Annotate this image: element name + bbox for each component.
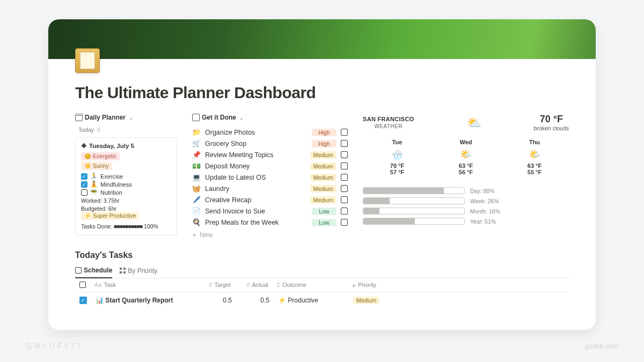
checkbox-icon[interactable]: ✓	[81, 173, 87, 180]
task-name: Prep Meals for the Week	[205, 219, 308, 226]
view-label: Daily Planner	[85, 114, 126, 121]
task-checkbox[interactable]	[341, 185, 348, 192]
habit-row[interactable]: ✓🏃Exercise	[81, 173, 171, 180]
priority-badge: Medium	[310, 151, 336, 159]
progress-widget: Day: 80%Week: 26%Month: 16%Year: 51%	[363, 187, 569, 225]
weather-widget: SAN FRANCISCO WEATHER ⛅ 70 °F broken clo…	[363, 114, 569, 131]
task-checkbox[interactable]	[341, 219, 348, 226]
chevron-down-icon: ⌄	[129, 115, 133, 121]
forecast-day: Tue🌧️70 °F57 °F	[390, 139, 404, 175]
task-name: Grocery Shop	[205, 140, 308, 147]
task-row[interactable]: 📄Send Invoice to SueLow	[192, 205, 348, 217]
priority-badge: Low	[312, 219, 336, 226]
table-row[interactable]: ✓📊 Start Quarterly Report0.50.5⚡ Product…	[75, 293, 569, 307]
weather-forecast: Tue🌧️70 °F57 °FWed🌤️63 °F56 °FThu🌤️63 °F…	[363, 139, 569, 175]
task-checkbox[interactable]	[341, 208, 348, 215]
priority-badge: Low	[312, 208, 336, 215]
habit-row[interactable]: ✓🧘Mindfulness	[81, 181, 171, 188]
page-icon[interactable]	[75, 48, 100, 73]
cell-outcome: ⚡ Productive	[274, 293, 349, 307]
progress-label: Week: 26%	[470, 198, 499, 204]
task-name: Review Meeting Topics	[205, 151, 306, 159]
watermark-url: gridfiti.com	[584, 342, 618, 350]
progress-bar	[363, 197, 465, 204]
chevron-down-icon: ⌄	[239, 115, 244, 121]
calendar-icon	[75, 114, 83, 121]
weather-location: SAN FRANCISCO	[363, 116, 414, 122]
forecast-day: Thu🌤️63 °F55 °F	[528, 139, 541, 175]
table-header: AaTask Target Actual Outcome Priority	[75, 278, 569, 293]
checkbox-icon[interactable]	[81, 189, 87, 196]
task-emoji: 💻	[192, 173, 201, 181]
task-row[interactable]: 💵Deposit MoneyMedium	[192, 160, 348, 172]
task-name: Creative Recap	[205, 196, 306, 204]
weather-now-desc: broken clouds	[534, 125, 569, 131]
cell-target: 0.5	[199, 293, 236, 307]
todays-tasks-heading: Today's Tasks	[75, 250, 569, 260]
priority-badge: Medium	[310, 162, 336, 170]
task-checkbox[interactable]	[341, 151, 348, 158]
task-name: Laundry	[205, 185, 306, 193]
watermark-brand: GRIDFITI	[26, 342, 84, 350]
view-label: Get it Done	[202, 114, 236, 121]
progress-row: Month: 16%	[363, 208, 569, 215]
habit-label: Nutrition	[100, 189, 122, 196]
task-checkbox[interactable]	[341, 162, 348, 169]
habit-row[interactable]: 🥗Nutrition	[81, 189, 171, 196]
task-row[interactable]: 🍳Prep Meals for the WeekLow	[192, 217, 348, 228]
get-it-done-view-toggle[interactable]: Get it Done ⌄	[192, 114, 348, 121]
budgeted-hours: Budgeted: 6hr	[81, 205, 171, 212]
task-row[interactable]: 📁Organize PhotosHigh	[192, 127, 348, 138]
cell-actual: 0.5	[236, 293, 274, 307]
checkbox-column-icon	[79, 282, 86, 288]
progress-row: Week: 26%	[363, 197, 569, 204]
daily-planner-view-toggle[interactable]: Daily Planner ⌄	[75, 114, 177, 121]
col-actual[interactable]: Actual	[235, 278, 273, 292]
priority-badge: High	[312, 140, 336, 147]
weather-sublabel: WEATHER	[363, 123, 414, 129]
today-group-label: Today 6	[78, 127, 177, 133]
priority-badge: High	[312, 129, 336, 136]
task-checkbox[interactable]	[341, 129, 348, 136]
card-date: ❖ Tuesday, July 5	[81, 142, 171, 150]
tab-schedule[interactable]: Schedule	[75, 264, 112, 278]
progress-bar	[363, 208, 465, 215]
task-row[interactable]: 🛒Grocery ShopHigh	[192, 138, 348, 149]
task-checkbox[interactable]	[341, 174, 348, 181]
progress-bar	[363, 187, 465, 194]
cell-task: 📊 Start Quarterly Report	[91, 293, 199, 307]
today-card[interactable]: ❖ Tuesday, July 5 😊 Energetic ☀️ Sunny ✓…	[75, 137, 177, 235]
board-icon	[120, 268, 126, 274]
task-row[interactable]: 📌Review Meeting TopicsMedium	[192, 149, 348, 160]
productive-tag: ⚡ Super Productive	[81, 212, 139, 220]
progress-row: Day: 80%	[363, 187, 569, 194]
priority-badge: Medium	[310, 185, 336, 193]
task-emoji: 💵	[192, 162, 201, 170]
habit-emoji: 🥗	[90, 189, 98, 196]
task-checkbox[interactable]	[341, 196, 348, 203]
tab-by-priority[interactable]: By Priority	[120, 264, 157, 278]
checkbox-icon[interactable]: ✓	[81, 181, 87, 188]
col-priority[interactable]: Priority	[348, 278, 401, 292]
task-row[interactable]: 💻Update to Latest OSMedium	[192, 172, 348, 183]
task-row[interactable]: 🖊️Creative RecapMedium	[192, 194, 348, 205]
task-name: Deposit Money	[205, 162, 306, 170]
cell-priority: Medium	[349, 293, 402, 307]
col-task[interactable]: AaTask	[90, 278, 197, 292]
page-title: The Ultimate Planner Dashboard	[75, 84, 569, 102]
habit-emoji: 🧘	[90, 181, 98, 188]
mood-tag: 😊 Energetic	[81, 152, 120, 160]
task-row[interactable]: 🧺LaundryMedium	[192, 183, 348, 194]
new-task-button[interactable]: + New	[192, 231, 348, 239]
task-checkbox[interactable]	[341, 140, 348, 147]
progress-label: Month: 16%	[470, 208, 500, 215]
col-target[interactable]: Target	[197, 278, 235, 292]
progress-bar	[363, 218, 465, 225]
habit-label: Mindfulness	[100, 181, 132, 188]
plus-icon: +	[192, 231, 196, 239]
task-emoji: 📄	[192, 207, 201, 215]
progress-label: Year: 51%	[470, 218, 496, 225]
priority-badge: Medium	[310, 196, 336, 204]
row-checkbox[interactable]: ✓	[79, 297, 87, 304]
col-outcome[interactable]: Outcome	[273, 278, 348, 292]
